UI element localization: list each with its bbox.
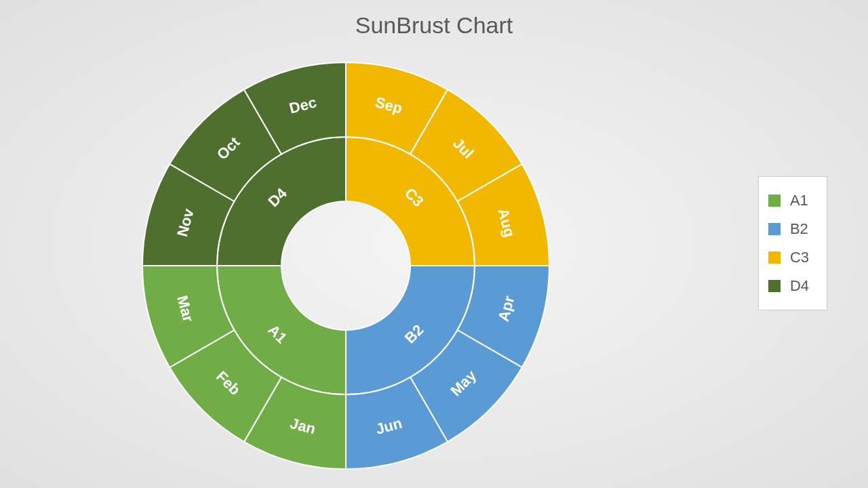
chart-legend: A1B2C3D4 [758, 176, 827, 310]
legend-swatch [768, 195, 781, 207]
legend-label: A1 [790, 192, 808, 209]
legend-item-b2: B2 [768, 215, 809, 243]
legend-label: B2 [790, 220, 808, 238]
legend-item-d4: D4 [768, 272, 809, 300]
legend-item-c3: C3 [768, 243, 809, 272]
legend-swatch [768, 223, 781, 235]
legend-swatch [768, 280, 781, 292]
sunburst-chart: C3SepJulAugB2AprMayJunA1JanFebMarD4NovOc… [136, 56, 556, 476]
legend-label: D4 [790, 277, 809, 295]
chart-title: SunBrust Chart [355, 12, 513, 39]
legend-item-a1: A1 [768, 186, 809, 215]
legend-swatch [768, 251, 781, 264]
legend-label: C3 [790, 249, 809, 266]
